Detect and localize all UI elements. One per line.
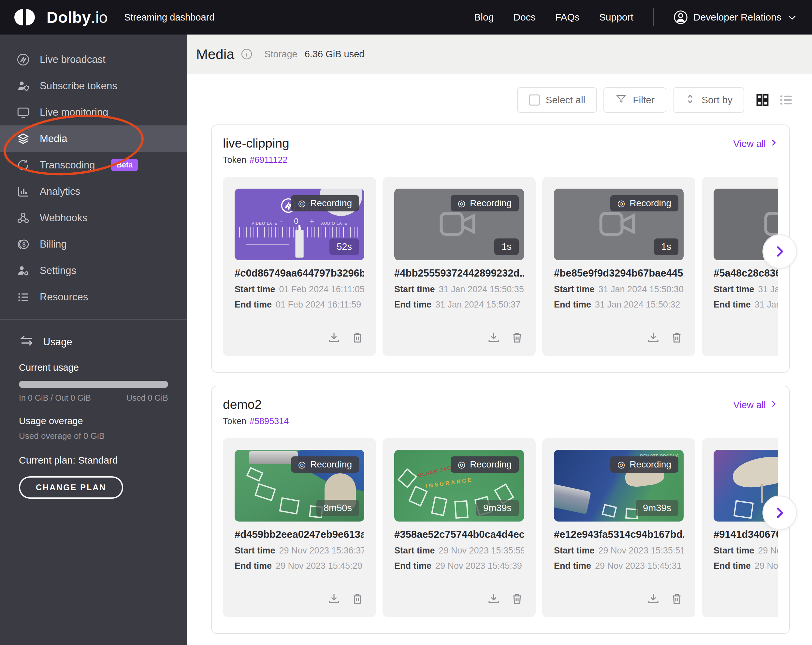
- start-time-row: Start time29 Nov 2: [714, 546, 778, 556]
- video-thumbnail[interactable]: ◎Recording 1s: [394, 189, 524, 260]
- media-card[interactable]: #5a48c28c8368 Start time31 Jan 2 End tim…: [702, 177, 778, 356]
- token-link[interactable]: #5895314: [250, 416, 289, 426]
- thumbnail-decor: [249, 451, 298, 464]
- chevron-right-icon: [769, 400, 778, 411]
- recording-label: Recording: [470, 198, 511, 209]
- recording-badge: ◎Recording: [291, 456, 359, 473]
- delete-button[interactable]: [510, 331, 524, 344]
- download-button[interactable]: [327, 331, 341, 344]
- video-thumbnail[interactable]: ◎Recording 1s: [554, 189, 684, 260]
- record-icon: ◎: [458, 460, 466, 469]
- media-id: #c0d86749aa644797b3296b...: [235, 267, 364, 279]
- sidebar-item-label: Live monitoring: [40, 107, 108, 118]
- latency-slider: [295, 230, 304, 258]
- sidebar-item-billing[interactable]: $ Billing: [0, 231, 187, 257]
- media-card[interactable]: mil - 0 + VIDEO LATEAUDIO LATE ◎Recordin…: [223, 177, 376, 356]
- view-all-link[interactable]: View all: [733, 138, 778, 149]
- page-title: Media: [196, 46, 234, 62]
- usage-in-out: In 0 GiB / Out 0 GiB: [19, 393, 91, 403]
- carousel-next-button[interactable]: [762, 496, 797, 530]
- toolbar: Select all Filter Sort by: [187, 87, 794, 113]
- delete-button[interactable]: [670, 592, 684, 605]
- svg-text:$: $: [23, 241, 26, 248]
- sort-icon: [685, 93, 696, 107]
- account-menu[interactable]: Developer Relations: [673, 10, 798, 25]
- video-thumbnail[interactable]: REMOTE PRODUC ◎Recording 9m39s: [554, 450, 684, 521]
- nav-blog[interactable]: Blog: [474, 12, 494, 23]
- section-live-clipping: live-clipping View all Token#6911122 mil…: [211, 124, 790, 373]
- delete-button[interactable]: [510, 592, 524, 605]
- grid-view-icon[interactable]: [755, 92, 770, 108]
- nav-faqs[interactable]: FAQs: [555, 12, 580, 23]
- media-card[interactable]: ◎Recording 8m50s #d459bb2eea0247eb9e613a…: [223, 438, 376, 617]
- select-all-checkbox[interactable]: [529, 95, 540, 105]
- media-card[interactable]: ◎Recording 1s #be85e9f9d3294b67bae445...…: [542, 177, 695, 356]
- record-icon: ◎: [458, 199, 466, 208]
- account-name: Developer Relations: [693, 12, 781, 23]
- token-link[interactable]: #6911122: [250, 155, 287, 165]
- dolby-logo-icon: [14, 9, 35, 25]
- end-time-row: End time31 Jan 2024 15:50:32: [554, 300, 684, 310]
- start-time-row: Start time01 Feb 2024 16:11:05: [235, 284, 364, 294]
- end-time-row: End time29 Nov 2023 15:45:39: [394, 561, 524, 571]
- info-icon[interactable]: [240, 47, 253, 61]
- video-thumbnail[interactable]: BLACK JACK PAYS 3 TO 2 INSURANCE ◎Record…: [394, 450, 524, 521]
- usage-title: Usage: [43, 336, 72, 348]
- usage-overage-label: Usage overage: [19, 416, 168, 426]
- recording-label: Recording: [310, 459, 352, 470]
- view-all-link[interactable]: View all: [733, 400, 778, 411]
- download-button[interactable]: [646, 331, 660, 344]
- media-card[interactable]: #9141d340670 Start time29 Nov 2 End time…: [702, 438, 778, 617]
- start-time-row: Start time31 Jan 2024 15:50:30: [554, 284, 684, 294]
- delete-button[interactable]: [351, 592, 364, 605]
- sort-by-button[interactable]: Sort by: [673, 87, 744, 113]
- media-card[interactable]: REMOTE PRODUC ◎Recording 9m39s #e12e943f…: [542, 438, 695, 617]
- cards-row: ◎Recording 8m50s #d459bb2eea0247eb9e613a…: [223, 438, 778, 617]
- select-all-label: Select all: [546, 95, 586, 105]
- record-icon: ◎: [617, 199, 625, 208]
- sidebar-item-live-broadcast[interactable]: Live broadcast: [0, 46, 187, 73]
- carousel-next-button[interactable]: [762, 234, 797, 269]
- sidebar-item-label: Subscribe tokens: [40, 80, 117, 92]
- view-all-label: View all: [733, 400, 766, 410]
- change-plan-button[interactable]: CHANGE PLAN: [19, 476, 123, 499]
- usage-progress-bar: [19, 381, 168, 388]
- start-time-row: Start time29 Nov 2023 15:35:51: [554, 546, 684, 556]
- end-time-row: End time01 Feb 2024 16:11:59: [235, 300, 364, 310]
- recording-badge: ◎Recording: [610, 456, 678, 473]
- logo-text[interactable]: Dolby.io: [47, 8, 108, 26]
- video-thumbnail[interactable]: ◎Recording 8m50s: [235, 450, 364, 521]
- duration-badge: 8m50s: [316, 500, 359, 516]
- audio-late-label: AUDIO LATE: [321, 221, 347, 226]
- download-button[interactable]: [487, 592, 501, 605]
- recording-label: Recording: [630, 198, 671, 209]
- sidebar-item-transcoding[interactable]: Transcoding Beta: [0, 152, 187, 178]
- download-button[interactable]: [646, 592, 660, 605]
- sidebar-item-live-monitoring[interactable]: Live monitoring: [0, 99, 187, 125]
- delete-button[interactable]: [351, 331, 364, 344]
- usage-used: Used 0 GiB: [127, 393, 168, 403]
- sidebar-item-resources[interactable]: Resources: [0, 284, 187, 310]
- media-card[interactable]: ◎Recording 1s #4bb25559372442899232d... …: [383, 177, 536, 356]
- download-button[interactable]: [327, 592, 341, 605]
- filter-button[interactable]: Filter: [603, 87, 666, 113]
- record-icon: ◎: [298, 199, 306, 208]
- video-thumbnail[interactable]: mil - 0 + VIDEO LATEAUDIO LATE ◎Recordin…: [235, 189, 364, 260]
- sidebar-item-analytics[interactable]: Analytics: [0, 178, 187, 204]
- page-header: Media Storage 6.36 GiB used: [187, 35, 812, 74]
- token-line: Token#6911122: [223, 155, 778, 165]
- nav-support[interactable]: Support: [599, 12, 633, 23]
- sidebar-item-media[interactable]: Media: [0, 125, 187, 152]
- sidebar-item-settings[interactable]: Settings: [0, 257, 187, 284]
- end-time-row: End time29 Nov 2023 15:45:29: [235, 561, 364, 571]
- download-button[interactable]: [487, 331, 501, 344]
- nav-docs[interactable]: Docs: [513, 12, 535, 23]
- media-card[interactable]: BLACK JACK PAYS 3 TO 2 INSURANCE ◎Record…: [383, 438, 536, 617]
- filter-label: Filter: [633, 95, 655, 105]
- person-gear-icon: [16, 264, 30, 278]
- delete-button[interactable]: [670, 331, 684, 344]
- sidebar-item-webhooks[interactable]: Webhooks: [0, 204, 187, 231]
- list-view-icon[interactable]: [778, 92, 794, 108]
- select-all-button[interactable]: Select all: [517, 87, 597, 113]
- sidebar-item-subscribe-tokens[interactable]: Subscribe tokens: [0, 73, 187, 99]
